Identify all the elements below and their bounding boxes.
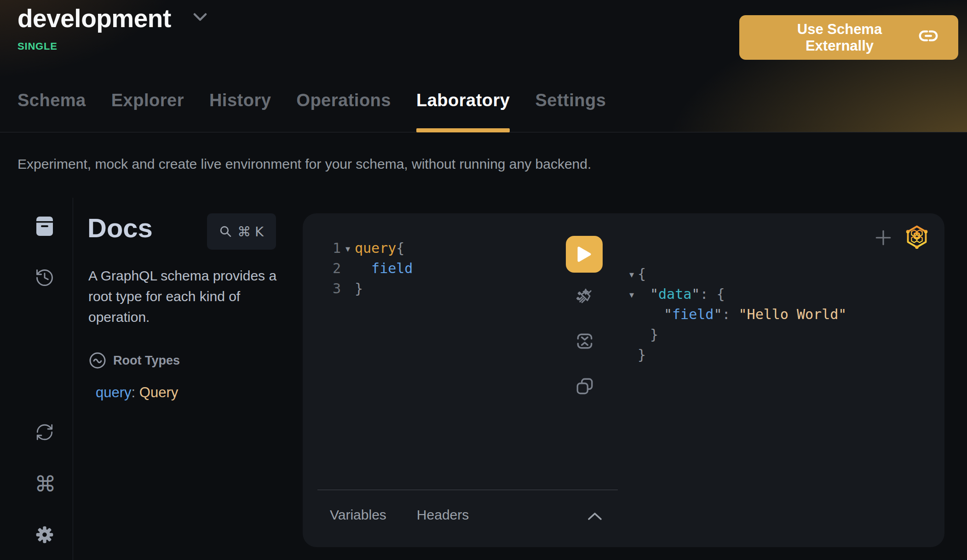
token: } — [650, 326, 658, 343]
token: " — [714, 306, 722, 322]
token: field — [672, 306, 714, 322]
use-schema-externally-button[interactable]: Use Schema Externally — [739, 15, 958, 60]
settings-gear-icon[interactable] — [35, 525, 55, 546]
code-line: ▾"data": { — [626, 284, 846, 304]
docs-icon[interactable] — [35, 215, 55, 239]
root-types-label: Root Types — [113, 354, 180, 368]
page-title: development — [17, 4, 171, 33]
tab-label: Schema — [17, 91, 86, 110]
history-icon[interactable] — [35, 268, 55, 289]
root-type-query-link[interactable]: query: Query — [96, 384, 178, 401]
root-type-name: Query — [139, 384, 178, 400]
tab-label: Operations — [296, 91, 391, 110]
nav-tabs: SchemaExplorerHistoryOperationsLaborator… — [17, 91, 606, 132]
fold-arrow-icon[interactable]: ▾ — [341, 239, 355, 259]
token: field — [355, 260, 413, 276]
token: { — [396, 240, 404, 256]
token: " — [664, 306, 672, 322]
collapse-footer-chevron-up-icon[interactable] — [587, 511, 603, 523]
token: { — [638, 266, 646, 282]
line-number: 1 — [333, 238, 341, 258]
target-selector[interactable]: development — [17, 4, 207, 33]
chevron-down-icon — [193, 13, 207, 24]
response-code: ▾{▾"data": {"field": "Hello World"}} — [626, 264, 846, 365]
prettify-query-icon[interactable] — [573, 286, 596, 310]
tab-schema[interactable]: Schema — [17, 91, 86, 132]
fold-arrow-icon[interactable]: ▾ — [626, 285, 638, 305]
root-field-name: query — [96, 384, 132, 400]
root-types-icon — [88, 351, 107, 370]
tab-label: History — [209, 91, 271, 110]
root-separator: : — [132, 384, 139, 400]
graphiql-panel: 1▾query{2 field3} — [303, 213, 944, 547]
reload-icon[interactable] — [35, 423, 54, 443]
page-header: development SINGLE Use Schema Externally… — [0, 0, 967, 132]
copy-query-icon[interactable] — [575, 377, 594, 397]
token: " — [650, 286, 658, 302]
token: " — [691, 286, 700, 302]
token: } — [638, 347, 646, 363]
token: { — [717, 286, 725, 302]
link-icon — [918, 25, 939, 50]
tab-laboratory[interactable]: Laboratory — [416, 91, 510, 132]
editor-footer-divider — [317, 490, 618, 490]
code-line: 1▾query{ — [333, 238, 413, 258]
target-mode-badge: SINGLE — [17, 40, 58, 52]
execute-query-button[interactable] — [566, 236, 603, 273]
use-schema-externally-label: Use Schema Externally — [761, 21, 918, 54]
merge-fragments-icon[interactable] — [575, 331, 594, 352]
code-line: 2 field — [333, 258, 413, 279]
token: : — [722, 306, 738, 322]
docs-heading: Docs — [87, 212, 153, 243]
token: data — [658, 286, 691, 302]
token: : — [700, 286, 716, 302]
tab-explorer[interactable]: Explorer — [111, 91, 184, 132]
tab-history[interactable]: History — [209, 91, 271, 132]
code-line: "field": "Hello World" — [626, 304, 846, 325]
active-tab-underline — [416, 128, 510, 132]
search-icon — [219, 225, 232, 238]
laboratory-description: Experiment, mock and create live environ… — [17, 156, 591, 172]
sidebar-divider — [73, 198, 73, 560]
tab-settings[interactable]: Settings — [535, 91, 606, 132]
add-tab-icon[interactable] — [875, 229, 892, 248]
command-shortcuts-icon[interactable]: ⌘ — [35, 471, 55, 497]
code-line: } — [626, 325, 846, 345]
tab-headers[interactable]: Headers — [417, 507, 469, 523]
fold-arrow-icon[interactable]: ▾ — [626, 264, 638, 285]
token: "Hello World" — [739, 306, 847, 322]
tab-label: Laboratory — [416, 91, 510, 110]
token: } — [355, 280, 363, 297]
code-line: 3} — [333, 279, 413, 299]
line-number: 2 — [333, 258, 341, 279]
docs-search-button[interactable]: ⌘ K — [207, 213, 276, 250]
token: query — [355, 240, 396, 256]
line-number: 3 — [333, 279, 341, 299]
code-line: ▾{ — [626, 264, 846, 284]
tab-label: Explorer — [111, 91, 184, 110]
graphql-hive-logo[interactable] — [904, 224, 929, 251]
root-types-section-header: Root Types — [88, 351, 180, 370]
search-shortcut-label: ⌘ K — [237, 224, 264, 240]
tab-label: Settings — [535, 91, 606, 110]
tab-variables[interactable]: Variables — [330, 507, 386, 523]
query-editor-code[interactable]: 1▾query{2 field3} — [333, 238, 413, 299]
laboratory-page: development SINGLE Use Schema Externally… — [0, 0, 967, 560]
editor-footer-tabs: Variables Headers — [330, 507, 469, 523]
code-line: } — [626, 345, 846, 365]
tab-operations[interactable]: Operations — [296, 91, 391, 132]
docs-intro-text: A GraphQL schema provides a root type fo… — [88, 265, 293, 327]
